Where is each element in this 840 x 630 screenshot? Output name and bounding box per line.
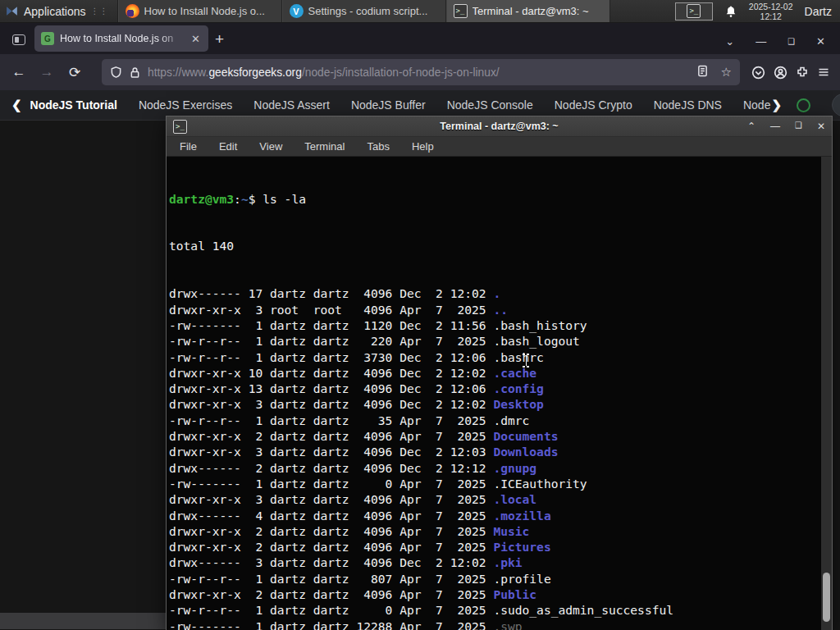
- file-name: .cache: [493, 366, 536, 380]
- taskbar-window-codium[interactable]: V Settings - codium script...: [282, 0, 446, 22]
- file-name: .gnupg: [493, 461, 536, 475]
- window-maximize-button[interactable]: ❑: [788, 37, 795, 46]
- nav-link-overflow[interactable]: Node❯: [743, 98, 782, 112]
- terminal-scrollbar[interactable]: [821, 157, 832, 630]
- taskbar-window-terminal[interactable]: >_ Terminal - dartz@vm3: ~: [446, 0, 610, 22]
- ls-line: drwx------ 3 dartz dartz 4096 Dec 2 12:0…: [169, 555, 832, 570]
- ls-line: -rw-r--r-- 1 dartz dartz 807 Apr 7 2025 …: [169, 571, 832, 587]
- file-name: .config: [493, 381, 544, 395]
- notification-bell-icon[interactable]: [724, 5, 737, 18]
- url-text[interactable]: https://www.geeksforgeeks.org/node-js/in…: [148, 66, 690, 79]
- file-name: .bash_logout: [493, 334, 579, 348]
- command-text: ls -la: [262, 192, 306, 206]
- nav-link-tutorial[interactable]: NodeJS Tutorial: [30, 98, 117, 112]
- nav-link[interactable]: NodeJS Console: [447, 98, 533, 112]
- clock-time: 12:12: [749, 11, 793, 21]
- ls-line: drwxr-xr-x 2 dartz dartz 4096 Apr 7 2025…: [169, 428, 832, 444]
- workspace-pager[interactable]: >_: [675, 2, 713, 21]
- account-icon[interactable]: [774, 66, 788, 80]
- user-menu[interactable]: Dartz: [805, 5, 832, 18]
- menu-file[interactable]: File: [180, 140, 197, 153]
- terminal-menubar: File Edit View Terminal Tabs Help: [167, 137, 832, 157]
- ls-line: drwxr-xr-x 3 root root 4096 Apr 7 2025 .…: [169, 302, 832, 317]
- menu-hamburger-icon[interactable]: [817, 66, 830, 79]
- extensions-icon[interactable]: [796, 66, 809, 79]
- terminal-window: >_ Terminal - dartz@vm3: ~ ⌃ — ❑ ✕ File …: [166, 116, 833, 630]
- window-minimize-button[interactable]: —: [756, 35, 766, 48]
- ls-line: -rw-r--r-- 1 dartz dartz 35 Apr 7 2025 .…: [169, 413, 832, 428]
- tab-close-icon[interactable]: ✕: [189, 33, 202, 45]
- file-name: .: [493, 286, 500, 300]
- terminal-content[interactable]: dartz@vm3:~$ ls -la total 140 drwx------…: [167, 157, 832, 630]
- ls-line: drwxr-xr-x 2 dartz dartz 4096 Apr 7 2025…: [169, 587, 832, 602]
- file-name: Documents: [493, 429, 558, 443]
- terminal-maximize-button[interactable]: ❑: [795, 121, 802, 132]
- menu-view[interactable]: View: [259, 140, 282, 153]
- search-icon[interactable]: [797, 98, 810, 112]
- menu-terminal[interactable]: Terminal: [304, 140, 345, 153]
- file-name: .dmrc: [493, 413, 529, 427]
- nav-link[interactable]: NodeJS Assert: [253, 98, 330, 112]
- applications-menu-button[interactable]: Applications ⋮⋮: [0, 0, 117, 22]
- navigation-toolbar: ← → ⟳ https://www.geeksforgeeks.org/node…: [0, 54, 840, 90]
- file-name: .pki: [493, 555, 522, 569]
- back-button[interactable]: ←: [7, 60, 31, 84]
- nav-link[interactable]: NodeJS Buffer: [351, 98, 426, 112]
- ls-line: drwx------ 2 dartz dartz 4096 Dec 2 12:1…: [169, 460, 832, 476]
- firefox-view-icon: [12, 34, 25, 45]
- file-name: .bashrc: [493, 350, 544, 364]
- firefox-view-button[interactable]: [8, 29, 30, 50]
- reload-button[interactable]: ⟳: [62, 60, 87, 84]
- tab-bar: G How to Install Node.js on ✕ + ⌄ — ❑ ✕: [0, 23, 840, 54]
- new-tab-button[interactable]: +: [215, 30, 224, 48]
- applications-label: Applications: [24, 5, 86, 18]
- file-name: Downloads: [493, 445, 558, 459]
- tab-title: How to Install Node.js on: [60, 33, 184, 44]
- menu-help[interactable]: Help: [412, 140, 434, 153]
- terminal-close-button[interactable]: ✕: [817, 121, 825, 132]
- terminal-title: Terminal - dartz@vm3: ~: [167, 121, 832, 132]
- ls-line: drwxr-xr-x 2 dartz dartz 4096 Apr 7 2025…: [169, 523, 832, 539]
- terminal-scrollbar-thumb[interactable]: [823, 573, 830, 622]
- file-name: Desktop: [493, 397, 544, 411]
- nav-scroll-left-icon[interactable]: ❮: [11, 98, 22, 112]
- file-name: .mozilla: [493, 509, 550, 523]
- tracking-shield-icon[interactable]: [110, 66, 122, 79]
- clock[interactable]: 2025-12-02 12:12: [749, 2, 793, 21]
- sign-in-button[interactable]: Sign In: [832, 94, 840, 116]
- ls-line: -rw-r--r-- 1 dartz dartz 220 Apr 7 2025 …: [169, 333, 832, 349]
- terminal-titlebar[interactable]: >_ Terminal - dartz@vm3: ~ ⌃ — ❑ ✕: [167, 116, 832, 137]
- nav-scroll-right-icon[interactable]: ❯: [771, 98, 782, 112]
- reader-view-icon[interactable]: [697, 65, 708, 77]
- file-name: Pictures: [493, 540, 550, 554]
- nav-link[interactable]: NodeJS Exercises: [139, 98, 232, 112]
- terminal-minimize-button[interactable]: —: [770, 121, 780, 132]
- file-name: .ICEauthority: [493, 477, 587, 491]
- ls-line: drwxr-xr-x 13 dartz dartz 4096 Dec 2 12:…: [169, 381, 832, 396]
- terminal-mini-icon: >_: [687, 4, 701, 18]
- ls-line: drwxr-xr-x 3 dartz dartz 4096 Dec 2 12:0…: [169, 444, 832, 459]
- terminal-icon: >_: [454, 4, 468, 18]
- prompt-user-host: dartz@vm3: [169, 192, 234, 206]
- window-close-button[interactable]: ✕: [816, 35, 825, 48]
- list-tabs-chevron-icon[interactable]: ⌄: [725, 35, 734, 48]
- menu-tabs[interactable]: Tabs: [367, 140, 389, 153]
- file-name: Public: [493, 587, 536, 601]
- taskbar-window-firefox[interactable]: How to Install Node.js o...: [118, 0, 282, 22]
- url-bar[interactable]: https://www.geeksforgeeks.org/node-js/in…: [102, 59, 740, 85]
- taskbar: Applications ⋮⋮ How to Install Node.js o…: [0, 0, 840, 23]
- prompt-line: dartz@vm3:~$ ls -la: [169, 191, 832, 207]
- nav-link[interactable]: NodeJS Crypto: [555, 98, 632, 112]
- pocket-icon[interactable]: [751, 66, 765, 80]
- ls-line: drwxr-xr-x 3 dartz dartz 4096 Dec 2 12:0…: [169, 396, 832, 412]
- ls-line: drwx------ 4 dartz dartz 4096 Apr 7 2025…: [169, 508, 832, 523]
- forward-button[interactable]: →: [34, 60, 59, 84]
- file-name: .local: [493, 492, 536, 506]
- bookmark-star-icon[interactable]: ☆: [721, 65, 732, 80]
- tab-active[interactable]: G How to Install Node.js on ✕: [34, 25, 208, 52]
- terminal-shade-button[interactable]: ⌃: [747, 121, 756, 132]
- gfg-favicon-icon: G: [41, 32, 54, 45]
- total-line: total 140: [169, 238, 832, 253]
- nav-link[interactable]: NodeJS DNS: [654, 98, 722, 112]
- menu-edit[interactable]: Edit: [219, 140, 237, 153]
